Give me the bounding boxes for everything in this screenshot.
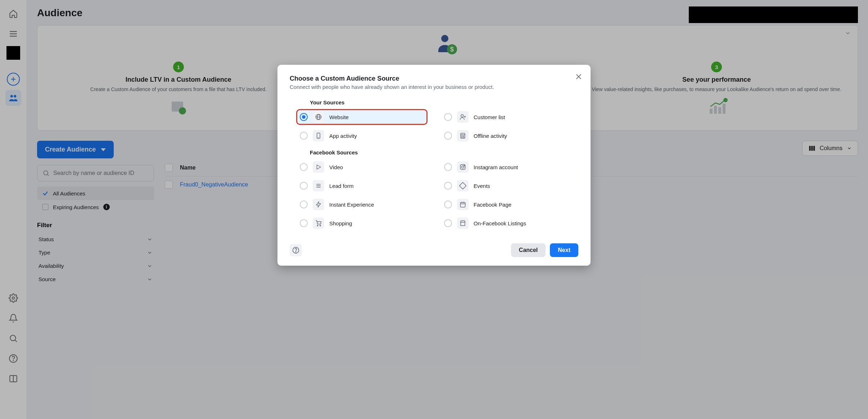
modal-overlay: Choose a Custom Audience Source Connect … bbox=[0, 0, 868, 419]
source-label: Offline activity bbox=[474, 133, 507, 139]
radio-icon bbox=[300, 219, 308, 227]
radio-icon bbox=[300, 132, 308, 140]
source-instagram[interactable]: Instagram account bbox=[440, 159, 572, 175]
modal-title: Choose a Custom Audience Source bbox=[290, 75, 578, 82]
radio-icon bbox=[444, 132, 452, 140]
svg-point-57 bbox=[295, 252, 296, 252]
play-icon bbox=[313, 161, 324, 173]
svg-rect-55 bbox=[461, 222, 465, 226]
radio-icon bbox=[300, 182, 308, 190]
source-video[interactable]: Video bbox=[296, 159, 428, 175]
source-label: Facebook Page bbox=[474, 202, 511, 208]
source-instant-experience[interactable]: Instant Experience bbox=[296, 197, 428, 212]
phone-icon bbox=[313, 130, 324, 141]
radio-icon bbox=[444, 201, 452, 208]
storefront-icon bbox=[457, 217, 469, 229]
svg-point-53 bbox=[317, 225, 318, 226]
svg-rect-49 bbox=[460, 202, 465, 207]
close-icon[interactable] bbox=[575, 73, 583, 81]
source-label: Shopping bbox=[329, 220, 352, 226]
radio-icon bbox=[300, 201, 308, 208]
svg-point-43 bbox=[464, 165, 465, 166]
svg-marker-48 bbox=[316, 202, 321, 207]
source-listings[interactable]: On-Facebook Listings bbox=[440, 215, 572, 231]
calendar-icon bbox=[457, 199, 469, 210]
source-label: Customer list bbox=[474, 114, 505, 120]
store-icon bbox=[457, 130, 469, 141]
list-icon bbox=[313, 180, 324, 192]
source-customer-list[interactable]: Customer list bbox=[440, 109, 572, 125]
source-label: App activity bbox=[329, 133, 357, 139]
radio-icon bbox=[300, 163, 308, 171]
cancel-button[interactable]: Cancel bbox=[511, 243, 546, 257]
source-app-activity[interactable]: App activity bbox=[296, 128, 428, 144]
your-sources-label: Your Sources bbox=[310, 99, 578, 105]
svg-rect-38 bbox=[461, 135, 465, 138]
source-shopping[interactable]: Shopping bbox=[296, 215, 428, 231]
next-button[interactable]: Next bbox=[550, 243, 578, 257]
help-button[interactable] bbox=[290, 244, 302, 256]
ticket-icon bbox=[457, 180, 469, 192]
source-events[interactable]: Events bbox=[440, 178, 572, 194]
svg-rect-39 bbox=[462, 136, 464, 138]
source-label: Instagram account bbox=[474, 164, 518, 170]
globe-icon bbox=[313, 111, 324, 123]
source-label: Instant Experience bbox=[329, 202, 374, 208]
source-label: Website bbox=[329, 114, 349, 120]
radio-icon bbox=[444, 219, 452, 227]
radio-icon bbox=[444, 113, 452, 121]
user-plus-icon bbox=[457, 111, 469, 123]
modal-description: Connect with people who have already sho… bbox=[290, 84, 578, 90]
custom-audience-modal: Choose a Custom Audience Source Connect … bbox=[277, 65, 591, 266]
radio-icon bbox=[444, 182, 452, 190]
source-lead-form[interactable]: Lead form bbox=[296, 178, 428, 194]
svg-marker-40 bbox=[317, 165, 321, 169]
bolt-icon bbox=[313, 199, 324, 210]
cart-icon bbox=[313, 217, 324, 229]
facebook-sources-label: Facebook Sources bbox=[310, 149, 578, 156]
source-label: Events bbox=[474, 183, 490, 189]
instagram-icon bbox=[457, 161, 469, 173]
radio-icon bbox=[300, 113, 308, 121]
svg-rect-47 bbox=[460, 183, 466, 189]
source-offline-activity[interactable]: Offline activity bbox=[440, 128, 572, 144]
source-label: Lead form bbox=[329, 183, 354, 189]
source-label: On-Facebook Listings bbox=[474, 220, 526, 226]
svg-point-54 bbox=[320, 225, 321, 226]
svg-point-33 bbox=[461, 114, 464, 117]
source-website[interactable]: Website bbox=[296, 109, 428, 125]
source-facebook-page[interactable]: Facebook Page bbox=[440, 197, 572, 212]
radio-icon bbox=[444, 163, 452, 171]
source-label: Video bbox=[329, 164, 343, 170]
svg-point-42 bbox=[462, 166, 464, 168]
